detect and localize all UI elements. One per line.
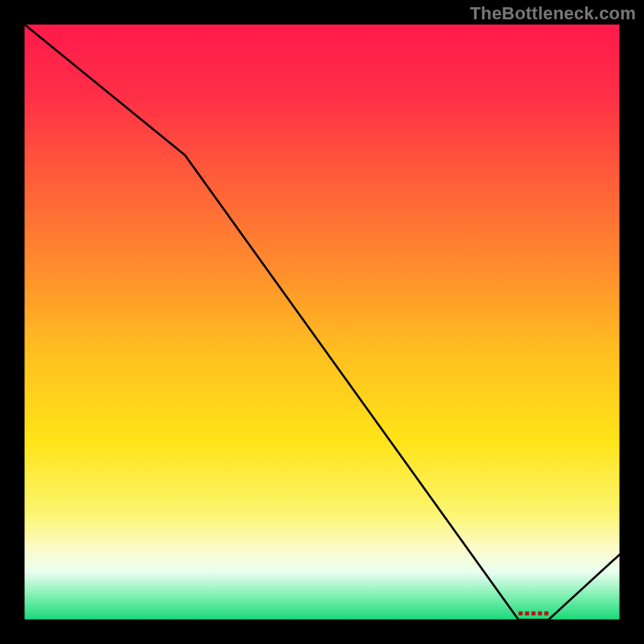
chart-stage: TheBottleneck.com — [0, 0, 644, 644]
bottleneck-chart — [0, 0, 644, 644]
svg-rect-0 — [24, 24, 620, 620]
